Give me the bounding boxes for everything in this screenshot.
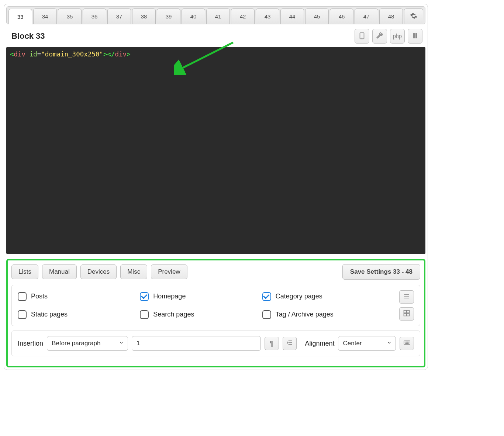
preview-button[interactable]: Preview bbox=[151, 264, 187, 279]
paragraph-button[interactable]: ¶ bbox=[265, 337, 279, 350]
insertion-section: Insertion Before paragraph ¶ Alignment bbox=[11, 331, 420, 356]
tab-42[interactable]: 42 bbox=[231, 8, 255, 24]
svg-rect-16 bbox=[405, 342, 405, 342]
tab-48[interactable]: 48 bbox=[379, 8, 403, 24]
list-view-button[interactable] bbox=[399, 290, 414, 304]
indent-list-icon bbox=[286, 339, 293, 348]
misc-button[interactable]: Misc bbox=[120, 264, 147, 279]
svg-point-1 bbox=[362, 38, 362, 38]
settings-panel: 33343536373839404142434445464748 Block 3… bbox=[4, 4, 428, 370]
block-title: Block 33 bbox=[11, 31, 45, 41]
list-lines-icon bbox=[403, 293, 410, 301]
homepage-label: Homepage bbox=[153, 293, 186, 300]
search-label: Search pages bbox=[153, 311, 194, 318]
tab-36[interactable]: 36 bbox=[83, 8, 106, 24]
php-button[interactable]: php bbox=[390, 29, 405, 44]
insertion-select-value: Before paragraph bbox=[52, 340, 100, 347]
posts-checkbox[interactable] bbox=[18, 292, 27, 301]
svg-rect-8 bbox=[404, 311, 407, 313]
homepage-checkbox[interactable] bbox=[140, 292, 149, 301]
page-types-section: Posts Homepage Category pages bbox=[11, 285, 420, 326]
svg-rect-9 bbox=[407, 311, 410, 313]
svg-rect-17 bbox=[406, 342, 407, 342]
pause-icon bbox=[411, 32, 419, 41]
tab-39[interactable]: 39 bbox=[157, 8, 180, 24]
block-tabs: 33343536373839404142434445464748 bbox=[6, 6, 425, 24]
page-types-side-buttons bbox=[384, 290, 414, 321]
posts-label: Posts bbox=[31, 293, 48, 300]
search-pages-checkbox[interactable] bbox=[140, 310, 149, 319]
tab-46[interactable]: 46 bbox=[330, 8, 353, 24]
code-editor-wrap: <div id="domain_300x250"></div> bbox=[6, 47, 425, 254]
category-checkbox-row: Category pages bbox=[262, 292, 384, 301]
grid-icon bbox=[403, 309, 410, 318]
keyboard-button[interactable] bbox=[400, 337, 414, 350]
tab-settings-gear[interactable] bbox=[404, 8, 423, 24]
tablet-icon bbox=[358, 32, 366, 41]
posts-checkbox-row: Posts bbox=[18, 292, 140, 301]
category-label: Category pages bbox=[276, 293, 322, 300]
gear-icon bbox=[410, 12, 417, 21]
tab-35[interactable]: 35 bbox=[58, 8, 82, 24]
insertion-label: Insertion bbox=[18, 340, 43, 347]
wrench-icon bbox=[376, 32, 384, 41]
svg-rect-11 bbox=[407, 314, 410, 316]
alignment-select-value: Center bbox=[343, 340, 362, 347]
static-checkbox-row: Static pages bbox=[18, 310, 140, 319]
tab-44[interactable]: 44 bbox=[280, 8, 304, 24]
grid-view-button[interactable] bbox=[399, 307, 414, 321]
tagarchive-label: Tag / Archive pages bbox=[276, 311, 334, 318]
alignment-label: Alignment bbox=[305, 340, 334, 347]
tab-47[interactable]: 47 bbox=[355, 8, 378, 24]
chevron-down-icon bbox=[119, 340, 124, 347]
alignment-select[interactable]: Center bbox=[338, 336, 396, 351]
insertion-row: Insertion Before paragraph ¶ Alignment bbox=[18, 336, 414, 351]
lists-button[interactable]: Lists bbox=[11, 264, 38, 279]
svg-rect-10 bbox=[404, 314, 407, 316]
keyboard-icon bbox=[403, 339, 411, 348]
svg-rect-2 bbox=[413, 33, 414, 38]
homepage-checkbox-row: Homepage bbox=[140, 292, 262, 301]
svg-rect-3 bbox=[415, 33, 417, 38]
tab-43[interactable]: 43 bbox=[256, 8, 279, 24]
svg-rect-18 bbox=[407, 342, 408, 342]
save-settings-button[interactable]: Save Settings 33 - 48 bbox=[342, 264, 420, 280]
tools-button[interactable] bbox=[372, 29, 387, 44]
device-preview-button[interactable] bbox=[355, 29, 369, 44]
insertion-settings-box: Lists Manual Devices Misc Preview Save S… bbox=[6, 259, 425, 367]
tab-45[interactable]: 45 bbox=[305, 8, 329, 24]
tagarchive-checkbox-row: Tag / Archive pages bbox=[262, 310, 384, 319]
block-tool-buttons: php bbox=[355, 29, 422, 44]
tab-41[interactable]: 41 bbox=[206, 8, 230, 24]
svg-rect-15 bbox=[404, 341, 410, 345]
static-label: Static pages bbox=[31, 311, 68, 318]
static-pages-checkbox[interactable] bbox=[18, 310, 27, 319]
chevron-down-icon bbox=[387, 340, 392, 347]
tab-40[interactable]: 40 bbox=[182, 8, 205, 24]
tab-38[interactable]: 38 bbox=[132, 8, 156, 24]
paragraph-list-button[interactable] bbox=[283, 337, 297, 350]
search-checkbox-row: Search pages bbox=[140, 310, 262, 319]
pilcrow-icon: ¶ bbox=[270, 339, 274, 348]
tag-archive-checkbox[interactable] bbox=[262, 310, 271, 319]
svg-rect-20 bbox=[405, 343, 408, 343]
pause-button[interactable] bbox=[408, 29, 422, 44]
category-pages-checkbox[interactable] bbox=[262, 292, 271, 301]
tab-34[interactable]: 34 bbox=[33, 8, 57, 24]
manual-button[interactable]: Manual bbox=[42, 264, 77, 279]
insertion-select[interactable]: Before paragraph bbox=[47, 336, 128, 351]
tab-37[interactable]: 37 bbox=[107, 8, 131, 24]
block-header: Block 33 php bbox=[6, 24, 425, 47]
settings-button-row: Lists Manual Devices Misc Preview Save S… bbox=[11, 264, 420, 280]
paragraph-number-input[interactable] bbox=[132, 336, 261, 351]
devices-button[interactable]: Devices bbox=[80, 264, 117, 279]
page-types-grid: Posts Homepage Category pages bbox=[18, 290, 414, 321]
tab-33[interactable]: 33 bbox=[8, 9, 32, 24]
svg-rect-19 bbox=[408, 342, 409, 342]
code-editor[interactable]: <div id="domain_300x250"></div> bbox=[6, 47, 425, 254]
